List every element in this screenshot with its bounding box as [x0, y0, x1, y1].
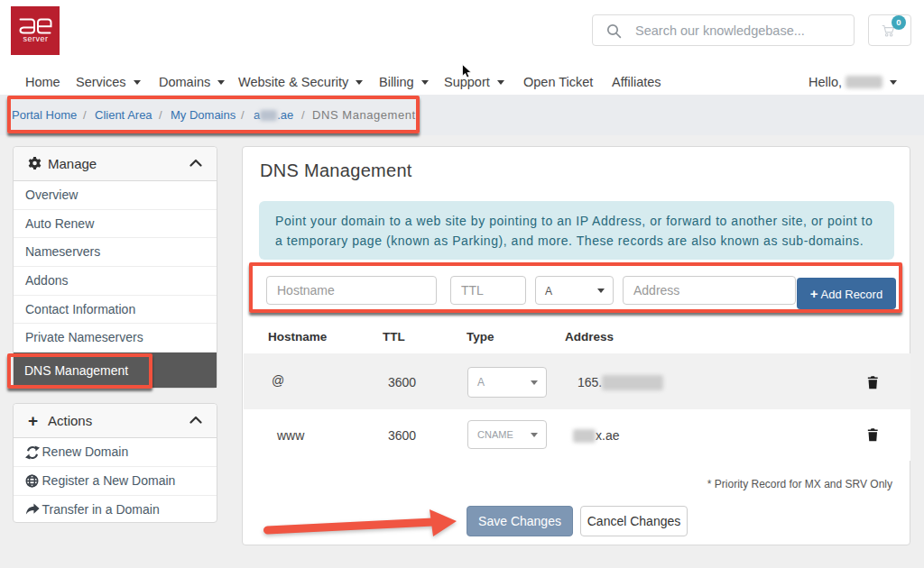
- svg-text:server: server: [23, 34, 48, 43]
